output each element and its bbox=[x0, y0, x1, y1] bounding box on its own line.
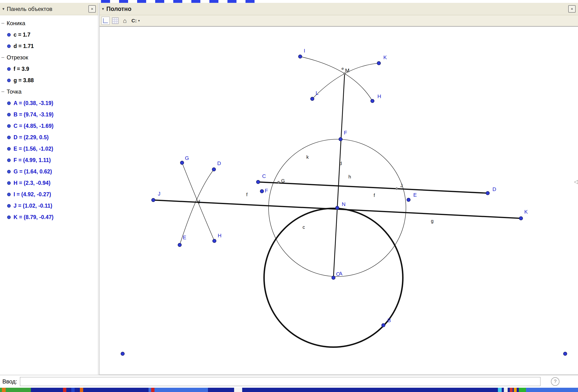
point-dot-bottom-right[interactable] bbox=[564, 352, 567, 356]
tree-group-Точка[interactable]: Точка bbox=[0, 86, 98, 97]
object-visibility-bullet[interactable] bbox=[7, 158, 11, 162]
point-J-left[interactable] bbox=[152, 198, 155, 202]
toolbar-button-fragment[interactable] bbox=[245, 0, 254, 3]
point-H-star[interactable] bbox=[213, 239, 216, 243]
help-icon[interactable]: ? bbox=[551, 377, 559, 386]
toolbar-button-fragment[interactable] bbox=[173, 0, 182, 3]
tree-group-Коника[interactable]: Коника bbox=[0, 18, 98, 29]
object-visibility-bullet[interactable] bbox=[7, 113, 11, 116]
object-visibility-bullet[interactable] bbox=[7, 33, 11, 37]
tree-item[interactable]: J = (1.02, -0.11) bbox=[0, 200, 98, 212]
tree-item[interactable]: H = (2.3, -0.94) bbox=[0, 177, 98, 189]
point-I[interactable] bbox=[298, 55, 302, 58]
tree-item[interactable]: G = (1.64, 0.62) bbox=[0, 166, 98, 177]
tree-item[interactable]: c = 1.7 bbox=[0, 29, 98, 40]
taskbar-clock-area[interactable] bbox=[526, 388, 578, 392]
tree-item[interactable]: E = (1.56, -1.02) bbox=[0, 143, 98, 154]
taskbar-tray-icon-3[interactable] bbox=[510, 388, 513, 392]
geometry-canvas[interactable]: IKLHeMFkdhcCGFffJEDNKgJdGDEHCAB bbox=[99, 27, 578, 375]
point-H-top[interactable] bbox=[371, 99, 374, 103]
tree-item[interactable]: C = (4.85, -1.69) bbox=[0, 120, 98, 131]
point-E-star[interactable] bbox=[178, 243, 182, 247]
taskbar-tray-icon-4[interactable] bbox=[514, 388, 517, 392]
toolbar-button-fragment[interactable] bbox=[101, 0, 110, 3]
object-visibility-bullet[interactable] bbox=[7, 204, 11, 208]
taskbar-quicklaunch-icon-1[interactable] bbox=[63, 388, 66, 392]
taskbar-tray-icon-1[interactable] bbox=[498, 388, 502, 392]
point-E-right[interactable] bbox=[407, 198, 410, 202]
toolbar-button-fragment[interactable] bbox=[209, 0, 218, 3]
panel-collapse-arrow-icon[interactable]: ◁ bbox=[574, 179, 578, 184]
point-F-left[interactable] bbox=[260, 190, 264, 193]
taskbar-task-button-icon[interactable] bbox=[151, 388, 154, 392]
object-panel: ▾ Панель объектов ✕ Коникаc = 1.7d = 1.7… bbox=[0, 3, 98, 375]
object-visibility-bullet[interactable] bbox=[7, 216, 11, 219]
taskbar-quicklaunch-icon-2[interactable] bbox=[71, 388, 75, 392]
segment-f[interactable] bbox=[258, 182, 488, 193]
point-L[interactable] bbox=[311, 97, 314, 101]
point-G-star[interactable] bbox=[180, 161, 184, 165]
taskbar-quicklaunch-icon-3[interactable] bbox=[80, 388, 83, 392]
object-visibility-bullet[interactable] bbox=[7, 44, 11, 48]
taskbar-tray-icon-2[interactable] bbox=[504, 388, 508, 392]
tree-item[interactable]: f = 3.9 bbox=[0, 63, 98, 75]
object-visibility-bullet[interactable] bbox=[7, 147, 11, 151]
point-C-seg[interactable] bbox=[256, 180, 260, 184]
point-dot-bottom-left[interactable] bbox=[121, 352, 125, 356]
tree-item[interactable]: g = 3.88 bbox=[0, 75, 98, 86]
point-K-top[interactable] bbox=[377, 62, 381, 65]
algebra-input-field[interactable] bbox=[20, 377, 540, 386]
tree-item[interactable]: F = (4.99, 1.11) bbox=[0, 154, 98, 166]
canvas-collapse-triangle-icon[interactable]: ▾ bbox=[102, 7, 104, 11]
tree-group-label: Точка bbox=[7, 88, 21, 95]
tree-item[interactable]: K = (8.79, -0.47) bbox=[0, 212, 98, 223]
toolbar-button-fragment[interactable] bbox=[137, 0, 146, 3]
taskbar-window-fragment[interactable] bbox=[234, 388, 242, 392]
taskbar-start-icon[interactable] bbox=[2, 388, 6, 392]
tree-item[interactable]: D = (2.29, 0.5) bbox=[0, 131, 98, 143]
home-view-icon[interactable]: ⌂ bbox=[121, 17, 129, 24]
object-panel-close-icon[interactable]: ✕ bbox=[88, 5, 96, 13]
point-D-star[interactable] bbox=[212, 168, 216, 171]
arc-D-E[interactable] bbox=[180, 169, 214, 245]
point-F-mid[interactable] bbox=[339, 137, 342, 141]
point-A-center[interactable] bbox=[332, 276, 335, 280]
tree-item[interactable]: B = (9.74, -3.19) bbox=[0, 109, 98, 120]
axes-toggle-icon[interactable] bbox=[101, 17, 110, 25]
point-D-right[interactable] bbox=[486, 191, 490, 195]
tree-item[interactable]: A = (0.38, -3.19) bbox=[0, 97, 98, 109]
object-visibility-bullet[interactable] bbox=[7, 193, 11, 196]
taskbar-task-button-1[interactable] bbox=[148, 388, 208, 392]
object-visibility-bullet[interactable] bbox=[7, 79, 11, 82]
point-G-gray[interactable] bbox=[278, 181, 280, 183]
toolbar-button-fragment[interactable] bbox=[191, 0, 200, 3]
input-bar: Ввод: ? bbox=[0, 375, 578, 388]
grid-toggle-icon[interactable] bbox=[111, 17, 119, 24]
label-c: c bbox=[302, 224, 305, 230]
point-B-circle[interactable] bbox=[382, 324, 385, 327]
object-visibility-bullet[interactable] bbox=[7, 170, 11, 174]
object-visibility-bullet[interactable] bbox=[7, 124, 11, 128]
tree-expander-icon[interactable] bbox=[1, 23, 4, 24]
toolbar-button-fragment[interactable] bbox=[155, 0, 164, 3]
tree-expander-icon[interactable] bbox=[1, 57, 4, 58]
object-visibility-bullet[interactable] bbox=[7, 101, 11, 105]
point-J-gray[interactable] bbox=[396, 188, 398, 190]
segment-MA[interactable] bbox=[334, 74, 345, 278]
tree-group-Отрезок[interactable]: Отрезок bbox=[0, 52, 98, 63]
tree-item[interactable]: I = (4.92, -0.27) bbox=[0, 189, 98, 200]
graphics-view[interactable]: IKLHeMFkdhcCGFffJEDNKgJdGDEHCAB bbox=[99, 27, 578, 375]
object-visibility-bullet[interactable] bbox=[7, 136, 11, 139]
point-N[interactable] bbox=[336, 206, 339, 210]
tree-expander-icon[interactable] bbox=[1, 91, 4, 92]
taskbar-tray-icon-5[interactable] bbox=[519, 388, 526, 392]
toolbar-button-fragment[interactable] bbox=[228, 0, 237, 3]
tree-item[interactable]: d = 1.71 bbox=[0, 40, 98, 52]
point-K-right[interactable] bbox=[519, 217, 523, 220]
object-visibility-bullet[interactable] bbox=[7, 181, 11, 185]
capture-dropdown[interactable]: C: ▼ bbox=[131, 18, 140, 24]
object-visibility-bullet[interactable] bbox=[7, 67, 11, 71]
canvas-panel-close-icon[interactable]: ✕ bbox=[568, 5, 576, 13]
panel-collapse-triangle-icon[interactable]: ▾ bbox=[2, 7, 4, 11]
toolbar-button-fragment[interactable] bbox=[119, 0, 128, 3]
